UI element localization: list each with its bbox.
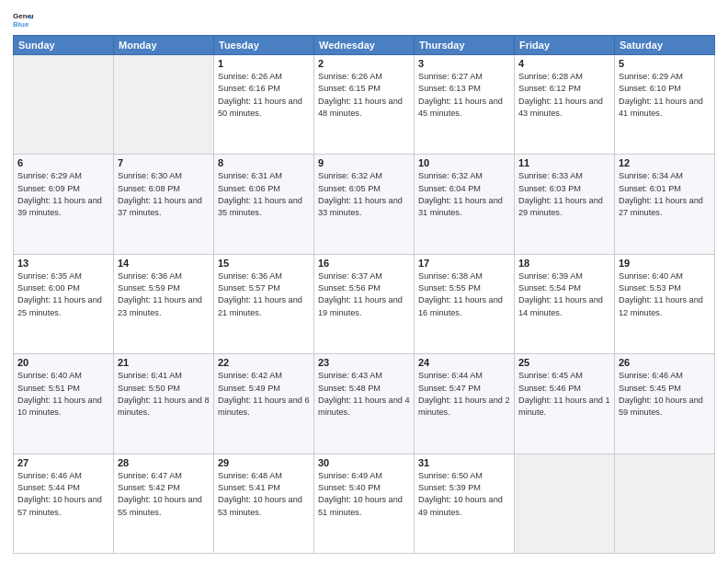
day-number: 30 <box>318 457 410 468</box>
day-info: Sunrise: 6:42 AM Sunset: 5:49 PM Dayligh… <box>218 370 310 419</box>
calendar-cell: 7Sunrise: 6:30 AM Sunset: 6:08 PM Daylig… <box>114 155 214 254</box>
calendar-cell <box>615 454 715 553</box>
col-header-friday: Friday <box>515 36 615 55</box>
col-header-wednesday: Wednesday <box>314 36 415 55</box>
calendar-cell: 28Sunrise: 6:47 AM Sunset: 5:42 PM Dayli… <box>114 454 214 553</box>
day-info: Sunrise: 6:44 AM Sunset: 5:47 PM Dayligh… <box>418 370 510 419</box>
day-info: Sunrise: 6:33 AM Sunset: 6:03 PM Dayligh… <box>518 170 610 219</box>
day-info: Sunrise: 6:27 AM Sunset: 6:13 PM Dayligh… <box>418 71 510 120</box>
day-info: Sunrise: 6:30 AM Sunset: 6:08 PM Dayligh… <box>118 170 210 219</box>
calendar-cell: 29Sunrise: 6:48 AM Sunset: 5:41 PM Dayli… <box>214 454 314 553</box>
day-number: 19 <box>619 258 711 269</box>
day-info: Sunrise: 6:36 AM Sunset: 5:57 PM Dayligh… <box>218 270 310 319</box>
day-number: 12 <box>619 157 711 168</box>
day-number: 1 <box>218 58 310 69</box>
calendar-cell: 10Sunrise: 6:32 AM Sunset: 6:04 PM Dayli… <box>415 155 515 254</box>
day-info: Sunrise: 6:45 AM Sunset: 5:46 PM Dayligh… <box>518 370 610 419</box>
day-number: 4 <box>518 58 610 69</box>
day-info: Sunrise: 6:37 AM Sunset: 5:56 PM Dayligh… <box>318 270 410 319</box>
day-number: 28 <box>118 457 210 468</box>
calendar-cell: 11Sunrise: 6:33 AM Sunset: 6:03 PM Dayli… <box>515 155 615 254</box>
day-number: 8 <box>218 157 310 168</box>
day-info: Sunrise: 6:43 AM Sunset: 5:48 PM Dayligh… <box>318 370 410 419</box>
week-row-3: 13Sunrise: 6:35 AM Sunset: 6:00 PM Dayli… <box>14 254 715 353</box>
day-number: 3 <box>418 58 510 69</box>
day-number: 15 <box>218 258 310 269</box>
calendar-cell: 20Sunrise: 6:40 AM Sunset: 5:51 PM Dayli… <box>14 354 114 454</box>
week-row-1: 1Sunrise: 6:26 AM Sunset: 6:16 PM Daylig… <box>14 55 715 155</box>
logo-icon: General Blue <box>13 9 33 29</box>
day-number: 13 <box>17 258 109 269</box>
header-row: SundayMondayTuesdayWednesdayThursdayFrid… <box>14 36 715 55</box>
calendar-cell: 19Sunrise: 6:40 AM Sunset: 5:53 PM Dayli… <box>615 254 715 353</box>
day-info: Sunrise: 6:41 AM Sunset: 5:50 PM Dayligh… <box>118 370 210 419</box>
day-info: Sunrise: 6:46 AM Sunset: 5:45 PM Dayligh… <box>619 370 711 419</box>
col-header-monday: Monday <box>114 36 214 55</box>
day-number: 21 <box>118 357 210 368</box>
calendar-cell: 6Sunrise: 6:29 AM Sunset: 6:09 PM Daylig… <box>14 155 114 254</box>
day-info: Sunrise: 6:32 AM Sunset: 6:05 PM Dayligh… <box>318 170 410 219</box>
calendar-cell: 8Sunrise: 6:31 AM Sunset: 6:06 PM Daylig… <box>214 155 314 254</box>
week-row-2: 6Sunrise: 6:29 AM Sunset: 6:09 PM Daylig… <box>14 155 715 254</box>
calendar-cell: 13Sunrise: 6:35 AM Sunset: 6:00 PM Dayli… <box>14 254 114 353</box>
day-info: Sunrise: 6:35 AM Sunset: 6:00 PM Dayligh… <box>17 270 109 319</box>
calendar-cell: 25Sunrise: 6:45 AM Sunset: 5:46 PM Dayli… <box>515 354 615 454</box>
day-number: 20 <box>17 357 109 368</box>
logo: General Blue <box>13 9 33 29</box>
day-info: Sunrise: 6:46 AM Sunset: 5:44 PM Dayligh… <box>17 470 109 519</box>
day-info: Sunrise: 6:39 AM Sunset: 5:54 PM Dayligh… <box>518 270 610 319</box>
day-info: Sunrise: 6:34 AM Sunset: 6:01 PM Dayligh… <box>619 170 711 219</box>
day-number: 18 <box>518 258 610 269</box>
calendar-cell: 18Sunrise: 6:39 AM Sunset: 5:54 PM Dayli… <box>515 254 615 353</box>
calendar-cell: 14Sunrise: 6:36 AM Sunset: 5:59 PM Dayli… <box>114 254 214 353</box>
calendar-cell <box>114 55 214 155</box>
day-info: Sunrise: 6:50 AM Sunset: 5:39 PM Dayligh… <box>418 470 510 519</box>
calendar-cell: 3Sunrise: 6:27 AM Sunset: 6:13 PM Daylig… <box>415 55 515 155</box>
day-info: Sunrise: 6:26 AM Sunset: 6:15 PM Dayligh… <box>318 71 410 120</box>
day-info: Sunrise: 6:40 AM Sunset: 5:53 PM Dayligh… <box>619 270 711 319</box>
day-info: Sunrise: 6:40 AM Sunset: 5:51 PM Dayligh… <box>17 370 109 419</box>
col-header-saturday: Saturday <box>615 36 715 55</box>
day-number: 24 <box>418 357 510 368</box>
calendar-cell <box>515 454 615 553</box>
day-info: Sunrise: 6:47 AM Sunset: 5:42 PM Dayligh… <box>118 470 210 519</box>
day-info: Sunrise: 6:32 AM Sunset: 6:04 PM Dayligh… <box>418 170 510 219</box>
day-number: 25 <box>518 357 610 368</box>
calendar-cell: 31Sunrise: 6:50 AM Sunset: 5:39 PM Dayli… <box>415 454 515 553</box>
calendar-cell <box>14 55 114 155</box>
header: General Blue <box>13 9 715 29</box>
calendar-table: SundayMondayTuesdayWednesdayThursdayFrid… <box>13 35 715 554</box>
week-row-5: 27Sunrise: 6:46 AM Sunset: 5:44 PM Dayli… <box>14 454 715 553</box>
day-info: Sunrise: 6:49 AM Sunset: 5:40 PM Dayligh… <box>318 470 410 519</box>
day-number: 29 <box>218 457 310 468</box>
day-number: 7 <box>118 157 210 168</box>
day-info: Sunrise: 6:38 AM Sunset: 5:55 PM Dayligh… <box>418 270 510 319</box>
day-info: Sunrise: 6:29 AM Sunset: 6:09 PM Dayligh… <box>17 170 109 219</box>
calendar-cell: 22Sunrise: 6:42 AM Sunset: 5:49 PM Dayli… <box>214 354 314 454</box>
calendar-cell: 27Sunrise: 6:46 AM Sunset: 5:44 PM Dayli… <box>14 454 114 553</box>
calendar-cell: 16Sunrise: 6:37 AM Sunset: 5:56 PM Dayli… <box>314 254 415 353</box>
calendar-cell: 9Sunrise: 6:32 AM Sunset: 6:05 PM Daylig… <box>314 155 415 254</box>
calendar-cell: 21Sunrise: 6:41 AM Sunset: 5:50 PM Dayli… <box>114 354 214 454</box>
day-number: 27 <box>17 457 109 468</box>
calendar-cell: 5Sunrise: 6:29 AM Sunset: 6:10 PM Daylig… <box>615 55 715 155</box>
col-header-tuesday: Tuesday <box>214 36 314 55</box>
day-info: Sunrise: 6:28 AM Sunset: 6:12 PM Dayligh… <box>518 71 610 120</box>
day-info: Sunrise: 6:31 AM Sunset: 6:06 PM Dayligh… <box>218 170 310 219</box>
calendar-cell: 1Sunrise: 6:26 AM Sunset: 6:16 PM Daylig… <box>214 55 314 155</box>
calendar-cell: 15Sunrise: 6:36 AM Sunset: 5:57 PM Dayli… <box>214 254 314 353</box>
day-number: 23 <box>318 357 410 368</box>
day-number: 2 <box>318 58 410 69</box>
day-number: 22 <box>218 357 310 368</box>
svg-text:Blue: Blue <box>13 20 29 29</box>
day-number: 11 <box>518 157 610 168</box>
col-header-sunday: Sunday <box>14 36 114 55</box>
calendar-cell: 24Sunrise: 6:44 AM Sunset: 5:47 PM Dayli… <box>415 354 515 454</box>
day-info: Sunrise: 6:26 AM Sunset: 6:16 PM Dayligh… <box>218 71 310 120</box>
day-number: 14 <box>118 258 210 269</box>
week-row-4: 20Sunrise: 6:40 AM Sunset: 5:51 PM Dayli… <box>14 354 715 454</box>
calendar-cell: 26Sunrise: 6:46 AM Sunset: 5:45 PM Dayli… <box>615 354 715 454</box>
day-info: Sunrise: 6:48 AM Sunset: 5:41 PM Dayligh… <box>218 470 310 519</box>
day-number: 6 <box>17 157 109 168</box>
day-number: 10 <box>418 157 510 168</box>
